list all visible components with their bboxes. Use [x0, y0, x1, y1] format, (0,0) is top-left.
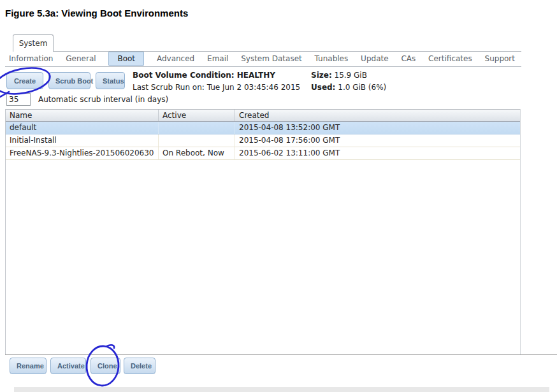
table-row-default[interactable]: default 2015-04-08 13:52:00 GMT	[6, 122, 520, 134]
rename-button[interactable]: Rename	[10, 358, 47, 374]
subtab-information[interactable]: Information	[9, 52, 53, 65]
boot-environments-table: Name Active Created default 2015-04-08 1…	[5, 109, 521, 354]
last-scrub-run: Last Scrub Run on: Tue Jun 2 03:45:46 20…	[133, 83, 300, 92]
table-row-initial-install[interactable]: Initial-Install 2015-04-08 17:56:00 GMT	[6, 134, 520, 147]
used-value: 1.0 GiB (6%)	[338, 83, 386, 92]
figure-title: Figure 5.3a: Viewing Boot Environments	[5, 8, 188, 18]
subtab-update[interactable]: Update	[361, 52, 388, 65]
scrub-boot-button[interactable]: Scrub Boot	[48, 72, 90, 89]
status-button[interactable]: Status	[96, 72, 125, 89]
subtab-advanced[interactable]: Advanced	[157, 52, 194, 65]
size-label: Size:	[311, 71, 332, 80]
subtab-email[interactable]: Email	[207, 52, 228, 65]
last-scrub-label: Last Scrub Run on:	[133, 83, 205, 92]
clone-button[interactable]: Clone	[90, 358, 120, 374]
tab-system[interactable]: System	[13, 34, 54, 52]
column-header-created[interactable]: Created	[235, 110, 520, 121]
boot-size: Size: 15.9 GiB	[311, 71, 367, 80]
boot-volume-condition: Boot Volume Condition: HEALTHY	[133, 71, 275, 80]
scrub-interval-label: Automatic scrub interval (in days)	[38, 95, 168, 104]
cell-created: 2015-04-08 17:56:00 GMT	[235, 134, 520, 147]
cell-name: FreeNAS-9.3-Nightlies-201506020630	[6, 147, 159, 159]
subtab-tunables[interactable]: Tunables	[315, 52, 349, 65]
delete-button[interactable]: Delete	[124, 358, 156, 374]
subtab-system-dataset[interactable]: System Dataset	[241, 52, 302, 65]
cell-name: default	[6, 122, 159, 134]
subtab-support[interactable]: Support	[485, 52, 515, 65]
subtab-cas[interactable]: CAs	[401, 52, 416, 65]
table-row-freenas-nightlies[interactable]: FreeNAS-9.3-Nightlies-201506020630 On Re…	[6, 147, 520, 160]
column-header-active[interactable]: Active	[159, 110, 235, 121]
cell-created: 2015-06-02 13:11:00 GMT	[235, 147, 520, 159]
activate-button[interactable]: Activate	[50, 358, 86, 374]
subtab-boot[interactable]: Boot	[108, 52, 144, 66]
subtab-certificates[interactable]: Certificates	[428, 52, 472, 65]
freenas-boot-page: { "figure_title": "Figure 5.3a: Viewing …	[0, 0, 557, 392]
condition-value: HEALTHY	[237, 71, 275, 80]
create-button[interactable]: Create	[6, 72, 43, 89]
cell-name: Initial-Install	[6, 134, 159, 147]
cell-active	[159, 122, 235, 134]
last-scrub-value: Tue Jun 2 03:45:46 2015	[207, 83, 301, 92]
size-value: 15.9 GiB	[335, 71, 367, 80]
footer-separator	[5, 354, 557, 355]
scrub-interval-input[interactable]	[6, 93, 31, 106]
footer-strip	[14, 387, 549, 392]
column-header-name[interactable]: Name	[6, 110, 159, 121]
condition-label: Boot Volume Condition:	[133, 71, 235, 80]
table-header-row: Name Active Created	[6, 109, 520, 122]
cell-created: 2015-04-08 13:52:00 GMT	[235, 122, 520, 134]
cell-active: On Reboot, Now	[159, 147, 235, 159]
used-label: Used:	[311, 83, 335, 92]
cell-active	[159, 134, 235, 147]
subtab-bar: Information General Boot Advanced Email …	[5, 52, 521, 67]
boot-used: Used: 1.0 GiB (6%)	[311, 83, 386, 92]
subtab-general[interactable]: General	[66, 52, 96, 65]
